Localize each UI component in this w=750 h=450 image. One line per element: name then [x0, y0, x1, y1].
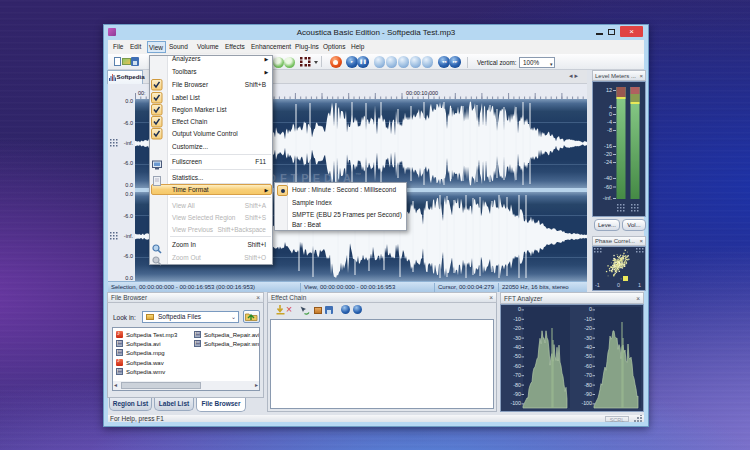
svg-text:-10: -10: [584, 316, 592, 322]
svg-text:-90: -90: [513, 391, 521, 397]
svg-text:-70: -70: [513, 372, 521, 378]
svg-text:-90: -90: [584, 391, 592, 397]
svg-text:-60: -60: [584, 363, 592, 369]
svg-text:-40: -40: [513, 344, 521, 350]
svg-text:-70: -70: [584, 372, 592, 378]
svg-text:-30: -30: [584, 335, 592, 341]
svg-text:-30: -30: [513, 335, 521, 341]
svg-text:-20: -20: [513, 325, 521, 331]
svg-text:-60: -60: [513, 363, 521, 369]
svg-text:-100: -100: [510, 400, 521, 406]
svg-text:0: 0: [589, 306, 592, 312]
svg-text:-80: -80: [513, 382, 521, 388]
svg-text:-50: -50: [513, 353, 521, 359]
svg-text:-10: -10: [513, 316, 521, 322]
svg-text:-80: -80: [584, 382, 592, 388]
svg-text:-40: -40: [584, 344, 592, 350]
svg-text:0: 0: [518, 306, 521, 312]
svg-text:-50: -50: [584, 353, 592, 359]
svg-text:-20: -20: [584, 325, 592, 331]
svg-text:-100: -100: [581, 400, 592, 406]
